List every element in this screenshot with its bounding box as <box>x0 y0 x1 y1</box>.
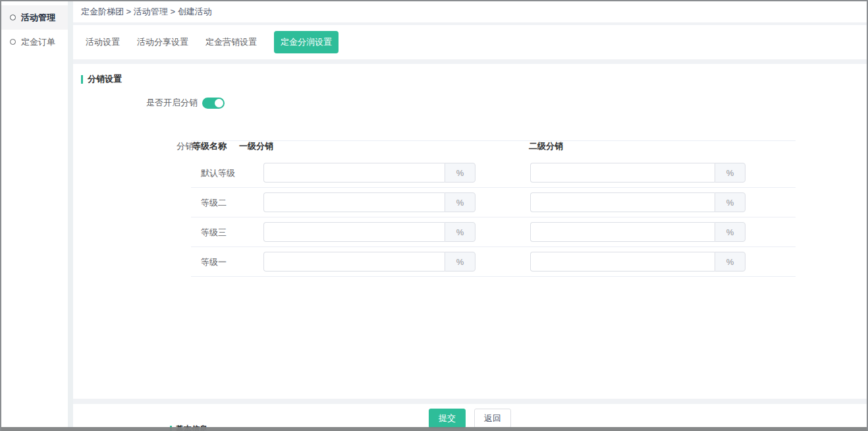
table-row: 默认等级 % % <box>191 158 796 188</box>
distribution-settings-card: 分销设置 是否开启分销 分销 等级名称 一级分销 二级分销 默认等级 % <box>73 64 867 399</box>
submit-button[interactable]: 提交 <box>429 409 466 428</box>
column-header-level2: 二级分销 <box>529 140 563 152</box>
level2-percent-input[interactable] <box>530 163 715 183</box>
percent-unit: % <box>445 192 475 212</box>
percent-unit: % <box>715 252 746 272</box>
row-level-name: 等级一 <box>201 247 227 277</box>
tab-activity-share-settings[interactable]: 活动分享设置 <box>137 31 188 53</box>
table-row: 等级三 % % <box>191 217 796 247</box>
footer-action-bar: 提交 返回 基本信息 <box>73 404 867 428</box>
breadcrumb-text: 定金阶梯团 > 活动管理 > 创建活动 <box>81 6 212 18</box>
percent-unit: % <box>445 252 475 272</box>
toggle-row: 是否开启分销 <box>73 97 225 109</box>
circle-icon <box>10 39 16 45</box>
percent-unit: % <box>715 163 746 183</box>
level1-percent-input[interactable] <box>263 252 445 272</box>
tab-deposit-marketing-settings[interactable]: 定金营销设置 <box>205 31 257 53</box>
level2-percent-input[interactable] <box>530 192 715 212</box>
sidebar-item-deposit-orders[interactable]: 定金订单 <box>1 30 68 54</box>
percent-unit: % <box>715 222 746 242</box>
table-row-label-header: 分销 <box>176 140 194 152</box>
circle-icon <box>10 14 16 20</box>
column-header-level1: 一级分销 <box>239 140 273 152</box>
column-header-level-name: 等级名称 <box>192 140 227 152</box>
percent-unit: % <box>445 222 475 242</box>
row-level-name: 等级三 <box>201 217 227 247</box>
main-area: 定金阶梯团 > 活动管理 > 创建活动 活动设置 活动分享设置 定金营销设置 定… <box>73 1 867 427</box>
row-level-name: 默认等级 <box>201 158 235 188</box>
percent-unit: % <box>445 163 475 183</box>
table-row: 等级二 % % <box>191 188 796 217</box>
section-title: 分销设置 <box>81 73 122 85</box>
distribution-table: 分销 等级名称 一级分销 二级分销 默认等级 % % 等级二 <box>176 136 815 277</box>
table-header-row: 分销 等级名称 一级分销 二级分销 <box>176 136 815 158</box>
level1-percent-input[interactable] <box>263 222 445 242</box>
sidebar-item-label: 定金订单 <box>21 36 55 48</box>
window-bottom-edge <box>0 427 868 431</box>
tab-deposit-profit-settings[interactable]: 定金分润设置 <box>274 31 339 53</box>
level2-percent-input[interactable] <box>530 222 715 242</box>
sidebar-divider <box>68 1 73 427</box>
level1-percent-input[interactable] <box>263 192 445 212</box>
sidebar-item-activity-management[interactable]: 活动管理 <box>1 5 68 30</box>
header-divider <box>191 140 796 141</box>
table-row: 等级一 % % <box>191 247 796 277</box>
section-accent-bar <box>81 75 83 84</box>
distribution-toggle[interactable] <box>202 98 225 109</box>
sidebar: 活动管理 定金订单 <box>1 1 68 427</box>
percent-unit: % <box>715 192 746 212</box>
toggle-label: 是否开启分销 <box>73 97 198 109</box>
level2-percent-input[interactable] <box>530 252 715 272</box>
section-title-text: 分销设置 <box>88 73 122 85</box>
breadcrumb: 定金阶梯团 > 活动管理 > 创建活动 <box>73 1 867 22</box>
sidebar-item-label: 活动管理 <box>21 12 55 24</box>
tab-activity-settings[interactable]: 活动设置 <box>86 31 120 53</box>
toggle-knob <box>215 99 223 107</box>
back-button[interactable]: 返回 <box>474 409 511 428</box>
row-level-name: 等级二 <box>201 188 227 217</box>
level1-percent-input[interactable] <box>263 163 445 183</box>
tab-bar: 活动设置 活动分享设置 定金营销设置 定金分润设置 <box>73 25 867 59</box>
